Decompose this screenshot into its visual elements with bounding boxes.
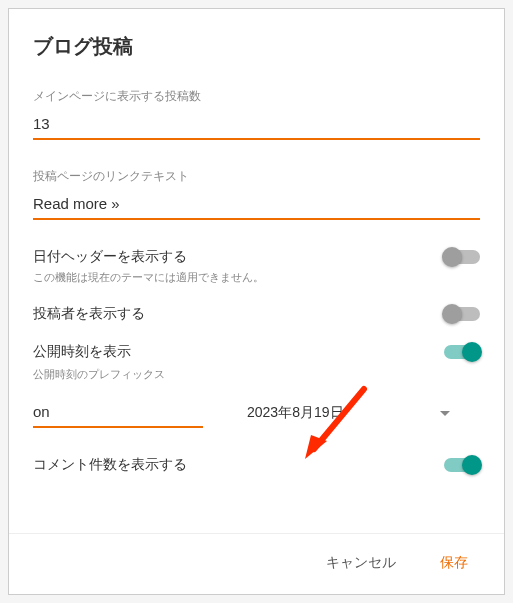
toggle-knob — [442, 304, 462, 324]
toggle-knob — [462, 342, 482, 362]
posts-count-label: メインページに表示する投稿数 — [33, 88, 480, 105]
time-prefix-input[interactable] — [33, 399, 203, 428]
link-text-input[interactable] — [33, 191, 480, 220]
show-time-toggle[interactable] — [444, 345, 480, 359]
show-time-label: 公開時刻を表示 — [33, 343, 131, 361]
comment-count-block: コメント件数を表示する — [33, 456, 480, 474]
date-header-label: 日付ヘッダーを表示する — [33, 248, 187, 266]
posts-count-section: メインページに表示する投稿数 — [33, 88, 480, 140]
time-prefix-row: 公開時刻のプレフィックス 2023年8月19日 — [33, 367, 480, 428]
cancel-button[interactable]: キャンセル — [318, 550, 404, 576]
link-text-label: 投稿ページのリンクテキスト — [33, 168, 480, 185]
date-header-helper: この機能は現在のテーマには適用できません。 — [33, 270, 480, 285]
time-prefix-label: 公開時刻のプレフィックス — [33, 367, 203, 381]
dialog-content: ブログ投稿 メインページに表示する投稿数 投稿ページのリンクテキスト 日付ヘッダ… — [9, 9, 504, 533]
comment-count-label: コメント件数を表示する — [33, 456, 187, 474]
show-author-block: 投稿者を表示する — [33, 305, 480, 323]
show-author-label: 投稿者を表示する — [33, 305, 145, 323]
chevron-down-icon — [440, 411, 450, 416]
posts-count-input[interactable] — [33, 111, 480, 140]
show-time-block: 公開時刻を表示 公開時刻のプレフィックス 2023年8月19日 — [33, 343, 480, 428]
dialog-title: ブログ投稿 — [33, 33, 480, 60]
date-header-block: 日付ヘッダーを表示する この機能は現在のテーマには適用できません。 — [33, 248, 480, 285]
date-format-dropdown[interactable]: 2023年8月19日 — [227, 398, 480, 428]
link-text-section: 投稿ページのリンクテキスト — [33, 168, 480, 220]
blog-post-settings-dialog: ブログ投稿 メインページに表示する投稿数 投稿ページのリンクテキスト 日付ヘッダ… — [8, 8, 505, 595]
date-header-toggle[interactable] — [444, 250, 480, 264]
dialog-footer: キャンセル 保存 — [9, 533, 504, 594]
save-button[interactable]: 保存 — [432, 550, 476, 576]
date-format-selected: 2023年8月19日 — [247, 404, 344, 422]
show-author-toggle[interactable] — [444, 307, 480, 321]
toggle-knob — [462, 455, 482, 475]
toggle-knob — [442, 247, 462, 267]
comment-count-toggle[interactable] — [444, 458, 480, 472]
